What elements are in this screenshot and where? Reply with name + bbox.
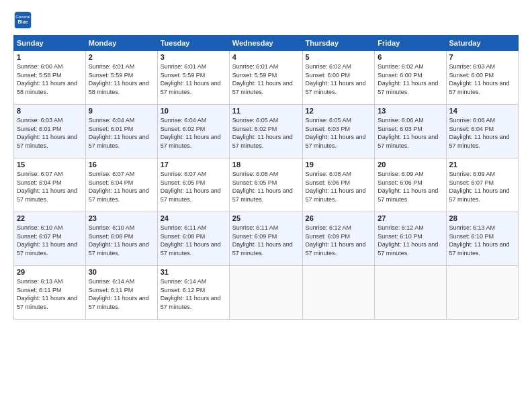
calendar-day-cell: 17 Sunrise: 6:07 AMSunset: 6:05 PMDaylig… xyxy=(157,158,229,212)
calendar-day-cell: 27 Sunrise: 6:12 AMSunset: 6:10 PMDaylig… xyxy=(375,212,446,266)
logo: General Blue xyxy=(13,11,35,30)
calendar-week-row: 22 Sunrise: 6:10 AMSunset: 6:07 PMDaylig… xyxy=(14,212,519,266)
day-number: 7 xyxy=(449,53,515,61)
day-info: Sunrise: 6:11 AMSunset: 6:08 PMDaylight:… xyxy=(161,224,226,257)
day-number: 1 xyxy=(17,53,83,61)
day-info: Sunrise: 6:06 AMSunset: 6:03 PMDaylight:… xyxy=(378,116,443,150)
day-info: Sunrise: 6:02 AMSunset: 6:00 PMDaylight:… xyxy=(306,62,372,96)
day-number: 4 xyxy=(232,53,300,61)
calendar-day-cell: 26 Sunrise: 6:12 AMSunset: 6:09 PMDaylig… xyxy=(302,212,375,266)
calendar-day-cell: 5 Sunrise: 6:02 AMSunset: 6:00 PMDayligh… xyxy=(302,51,375,105)
weekday-header-cell: Tuesday xyxy=(157,36,229,51)
day-number: 10 xyxy=(161,107,226,115)
weekday-header-cell: Wednesday xyxy=(229,36,302,51)
calendar-day-cell: 4 Sunrise: 6:01 AMSunset: 5:59 PMDayligh… xyxy=(229,51,302,105)
day-number: 11 xyxy=(232,107,300,115)
day-info: Sunrise: 6:01 AMSunset: 5:59 PMDaylight:… xyxy=(89,62,154,96)
day-info: Sunrise: 6:06 AMSunset: 6:04 PMDaylight:… xyxy=(449,116,515,150)
calendar-day-cell: 12 Sunrise: 6:05 AMSunset: 6:03 PMDaylig… xyxy=(302,105,375,158)
day-number: 22 xyxy=(17,214,83,222)
day-number: 16 xyxy=(89,161,154,169)
day-number: 18 xyxy=(232,161,300,169)
calendar-day-cell: 8 Sunrise: 6:03 AMSunset: 6:01 PMDayligh… xyxy=(14,105,86,158)
day-info: Sunrise: 6:00 AMSunset: 5:58 PMDaylight:… xyxy=(17,62,83,96)
calendar-day-cell: 22 Sunrise: 6:10 AMSunset: 6:07 PMDaylig… xyxy=(14,212,86,266)
day-info: Sunrise: 6:10 AMSunset: 6:08 PMDaylight:… xyxy=(89,224,154,257)
day-number: 3 xyxy=(161,53,226,61)
day-number: 9 xyxy=(89,107,154,115)
calendar-day-cell: 7 Sunrise: 6:03 AMSunset: 6:00 PMDayligh… xyxy=(446,51,518,105)
calendar-table: SundayMondayTuesdayWednesdayThursdayFrid… xyxy=(13,35,519,320)
day-info: Sunrise: 6:04 AMSunset: 6:02 PMDaylight:… xyxy=(161,116,226,150)
calendar-week-row: 8 Sunrise: 6:03 AMSunset: 6:01 PMDayligh… xyxy=(14,105,519,158)
calendar-day-cell: 21 Sunrise: 6:09 AMSunset: 6:07 PMDaylig… xyxy=(446,158,518,212)
day-info: Sunrise: 6:07 AMSunset: 6:04 PMDaylight:… xyxy=(89,170,154,203)
day-number: 21 xyxy=(449,161,515,169)
day-number: 23 xyxy=(89,214,154,222)
day-info: Sunrise: 6:02 AMSunset: 6:00 PMDaylight:… xyxy=(378,62,443,96)
calendar-day-cell: 19 Sunrise: 6:08 AMSunset: 6:06 PMDaylig… xyxy=(302,158,375,212)
calendar-day-cell: 30 Sunrise: 6:14 AMSunset: 6:11 PMDaylig… xyxy=(85,266,157,320)
day-number: 12 xyxy=(306,107,372,115)
calendar-day-cell: 28 Sunrise: 6:13 AMSunset: 6:10 PMDaylig… xyxy=(446,212,518,266)
day-info: Sunrise: 6:12 AMSunset: 6:09 PMDaylight:… xyxy=(306,224,372,257)
day-number: 6 xyxy=(378,53,443,61)
weekday-header-row: SundayMondayTuesdayWednesdayThursdayFrid… xyxy=(14,36,519,51)
day-info: Sunrise: 6:12 AMSunset: 6:10 PMDaylight:… xyxy=(378,224,443,257)
calendar-week-row: 29 Sunrise: 6:13 AMSunset: 6:11 PMDaylig… xyxy=(14,266,519,320)
day-number: 20 xyxy=(378,161,443,169)
calendar-day-cell: 29 Sunrise: 6:13 AMSunset: 6:11 PMDaylig… xyxy=(14,266,86,320)
calendar-body: 1 Sunrise: 6:00 AMSunset: 5:58 PMDayligh… xyxy=(14,51,519,320)
day-number: 28 xyxy=(449,214,515,222)
day-number: 17 xyxy=(161,161,226,169)
calendar-day-cell: 16 Sunrise: 6:07 AMSunset: 6:04 PMDaylig… xyxy=(85,158,157,212)
day-number: 24 xyxy=(161,214,226,222)
day-info: Sunrise: 6:05 AMSunset: 6:03 PMDaylight:… xyxy=(306,116,372,150)
calendar-day-cell: 25 Sunrise: 6:11 AMSunset: 6:09 PMDaylig… xyxy=(229,212,302,266)
day-info: Sunrise: 6:09 AMSunset: 6:06 PMDaylight:… xyxy=(378,170,443,203)
logo-icon: General Blue xyxy=(13,11,32,30)
calendar-day-cell xyxy=(375,266,446,320)
calendar-day-cell: 31 Sunrise: 6:14 AMSunset: 6:12 PMDaylig… xyxy=(157,266,229,320)
day-number: 27 xyxy=(378,214,443,222)
weekday-header-cell: Saturday xyxy=(446,36,518,51)
day-info: Sunrise: 6:14 AMSunset: 6:12 PMDaylight:… xyxy=(161,277,226,311)
calendar-day-cell: 24 Sunrise: 6:11 AMSunset: 6:08 PMDaylig… xyxy=(157,212,229,266)
day-info: Sunrise: 6:01 AMSunset: 5:59 PMDaylight:… xyxy=(161,62,226,96)
weekday-header-cell: Friday xyxy=(375,36,446,51)
day-number: 25 xyxy=(232,214,300,222)
day-info: Sunrise: 6:01 AMSunset: 5:59 PMDaylight:… xyxy=(232,62,300,96)
calendar-page: General Blue SundayMondayTuesdayWednesda… xyxy=(0,0,532,411)
calendar-day-cell xyxy=(229,266,302,320)
day-info: Sunrise: 6:05 AMSunset: 6:02 PMDaylight:… xyxy=(232,116,300,150)
day-info: Sunrise: 6:08 AMSunset: 6:06 PMDaylight:… xyxy=(306,170,372,203)
calendar-day-cell: 11 Sunrise: 6:05 AMSunset: 6:02 PMDaylig… xyxy=(229,105,302,158)
calendar-week-row: 1 Sunrise: 6:00 AMSunset: 5:58 PMDayligh… xyxy=(14,51,519,105)
calendar-day-cell: 2 Sunrise: 6:01 AMSunset: 5:59 PMDayligh… xyxy=(85,51,157,105)
calendar-day-cell: 18 Sunrise: 6:08 AMSunset: 6:05 PMDaylig… xyxy=(229,158,302,212)
calendar-day-cell xyxy=(302,266,375,320)
calendar-day-cell: 15 Sunrise: 6:07 AMSunset: 6:04 PMDaylig… xyxy=(14,158,86,212)
calendar-day-cell: 6 Sunrise: 6:02 AMSunset: 6:00 PMDayligh… xyxy=(375,51,446,105)
calendar-day-cell: 9 Sunrise: 6:04 AMSunset: 6:01 PMDayligh… xyxy=(85,105,157,158)
svg-text:Blue: Blue xyxy=(17,19,28,24)
day-number: 19 xyxy=(306,161,372,169)
calendar-day-cell: 13 Sunrise: 6:06 AMSunset: 6:03 PMDaylig… xyxy=(375,105,446,158)
calendar-day-cell: 23 Sunrise: 6:10 AMSunset: 6:08 PMDaylig… xyxy=(85,212,157,266)
weekday-header-cell: Sunday xyxy=(14,36,86,51)
calendar-day-cell: 10 Sunrise: 6:04 AMSunset: 6:02 PMDaylig… xyxy=(157,105,229,158)
day-info: Sunrise: 6:14 AMSunset: 6:11 PMDaylight:… xyxy=(89,277,154,311)
day-info: Sunrise: 6:10 AMSunset: 6:07 PMDaylight:… xyxy=(17,224,83,257)
day-number: 29 xyxy=(17,268,83,276)
day-info: Sunrise: 6:13 AMSunset: 6:11 PMDaylight:… xyxy=(17,277,83,311)
page-header: General Blue xyxy=(13,11,519,30)
day-info: Sunrise: 6:11 AMSunset: 6:09 PMDaylight:… xyxy=(232,224,300,257)
day-number: 8 xyxy=(17,107,83,115)
day-info: Sunrise: 6:03 AMSunset: 6:00 PMDaylight:… xyxy=(449,62,515,96)
day-number: 14 xyxy=(449,107,515,115)
calendar-day-cell: 20 Sunrise: 6:09 AMSunset: 6:06 PMDaylig… xyxy=(375,158,446,212)
day-info: Sunrise: 6:07 AMSunset: 6:05 PMDaylight:… xyxy=(161,170,226,203)
calendar-day-cell: 3 Sunrise: 6:01 AMSunset: 5:59 PMDayligh… xyxy=(157,51,229,105)
day-number: 15 xyxy=(17,161,83,169)
day-number: 26 xyxy=(306,214,372,222)
